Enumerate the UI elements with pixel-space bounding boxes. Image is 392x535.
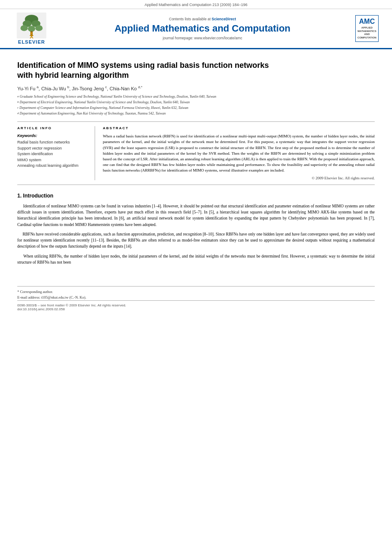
intro-para-3: When utilizing RBFNs, the number of hidd… bbox=[17, 253, 375, 266]
affiliations: a Graduate School of Engineering Science… bbox=[17, 94, 375, 116]
svg-point-6 bbox=[35, 25, 43, 31]
svg-point-8 bbox=[30, 32, 32, 34]
sciencedirect-link[interactable]: ScienceDirect bbox=[212, 17, 236, 21]
article-authors: Yu-Yi Fu a, Chia-Ju Wu b, Jin-Tsong Jeng… bbox=[17, 85, 375, 91]
info-abstract-section: ARTICLE INFO Keywords: Radial basis func… bbox=[17, 121, 375, 185]
svg-point-5 bbox=[28, 26, 35, 32]
amc-logo-area: AMC APPLIED MATHEMATICS AND COMPUTATION bbox=[350, 15, 384, 42]
contents-available-text: Contents lists available at bbox=[169, 17, 210, 21]
meta-bar: Applied Mathematics and Computation 213 … bbox=[0, 0, 392, 9]
amc-logo-text: APPLIED MATHEMATICS AND COMPUTATION bbox=[357, 26, 376, 40]
article-title: Identification of MIMO systems using rad… bbox=[17, 61, 375, 81]
intro-para-1: Identification of nonlinear MIMO systems… bbox=[17, 203, 375, 228]
keyword-4: MIMO system bbox=[17, 157, 89, 163]
abstract-col: ABSTRACT When a radial basis function ne… bbox=[103, 126, 375, 180]
affil-d: d Department of Automation Engineering, … bbox=[17, 111, 375, 116]
abstract-text: When a radial basis function network (RB… bbox=[103, 134, 375, 173]
svg-point-4 bbox=[20, 25, 28, 31]
elsevier-logo-area: ELSEVIER bbox=[8, 13, 55, 45]
keyword-1: Radial basis function networks bbox=[17, 140, 89, 146]
footer-bottom: 0096-3003/$ – see front matter © 2009 El… bbox=[17, 300, 375, 314]
keywords-label: Keywords: bbox=[17, 134, 89, 138]
footnotes-area: * Corresponding author. E-mail address: … bbox=[17, 286, 375, 300]
intro-para-2: RBFNs have received considerable applica… bbox=[17, 231, 375, 250]
journal-title: Applied Mathematics and Computation bbox=[60, 23, 345, 34]
elsevier-logo: ELSEVIER bbox=[8, 13, 55, 45]
affil-c: c Department of Computer Science and Inf… bbox=[17, 105, 375, 111]
abstract-heading: ABSTRACT bbox=[103, 126, 375, 130]
affil-d-text: Department of Automation Engineering, Na… bbox=[20, 111, 166, 116]
doi-line: doi:10.1016/j.amc.2009.02.058 bbox=[17, 307, 375, 311]
keyword-5: Annealing robust learning algorithm bbox=[17, 163, 89, 169]
amc-logo: AMC APPLIED MATHEMATICS AND COMPUTATION bbox=[355, 15, 379, 42]
corresponding-footnote: * Corresponding author. bbox=[17, 289, 375, 295]
page: Applied Mathematics and Computation 213 … bbox=[0, 0, 392, 535]
journal-center: Contents lists available at ScienceDirec… bbox=[55, 17, 350, 40]
issn-line: 0096-3003/$ – see front matter © 2009 El… bbox=[17, 303, 375, 307]
email-footnote: E-mail address: t105@nkut.edu.tw (C.-N. … bbox=[17, 295, 375, 300]
keyword-2: Support vector regression bbox=[17, 146, 89, 152]
elsevier-wordmark: ELSEVIER bbox=[18, 39, 45, 45]
journal-homepage: journal homepage: www.elsevier.com/locat… bbox=[60, 36, 345, 40]
affil-b: b Department of Electrical Engineering, … bbox=[17, 100, 375, 105]
keywords-list: Radial basis function networks Support v… bbox=[17, 140, 89, 169]
journal-header: ELSEVIER Contents lists available at Sci… bbox=[0, 9, 392, 49]
article-info-heading: ARTICLE INFO bbox=[17, 126, 89, 130]
affil-a: a Graduate School of Engineering Science… bbox=[17, 94, 375, 99]
body-section: 1. Introduction Identification of nonlin… bbox=[17, 192, 375, 265]
journal-meta-text: Applied Mathematics and Computation 213 … bbox=[144, 3, 247, 7]
email-label: E-mail address: t105@nkut.edu.tw (C.-N. … bbox=[17, 295, 86, 299]
content-area: Identification of MIMO systems using rad… bbox=[0, 49, 392, 277]
affil-c-text: Department of Computer Science and Infor… bbox=[19, 105, 188, 111]
affil-a-text: Graduate School of Engineering Science a… bbox=[20, 94, 217, 99]
affil-b-text: Department of Electrical Engineering, Na… bbox=[20, 100, 190, 105]
keyword-3: System identification bbox=[17, 151, 89, 157]
copyright-line: © 2009 Elsevier Inc. All rights reserved… bbox=[103, 176, 375, 180]
corresponding-label: * Corresponding author. bbox=[17, 290, 53, 294]
intro-heading: 1. Introduction bbox=[17, 192, 375, 200]
article-info-col: ARTICLE INFO Keywords: Radial basis func… bbox=[17, 126, 95, 180]
elsevier-tree-icon bbox=[14, 13, 49, 38]
sciencedirect-line: Contents lists available at ScienceDirec… bbox=[60, 17, 345, 21]
